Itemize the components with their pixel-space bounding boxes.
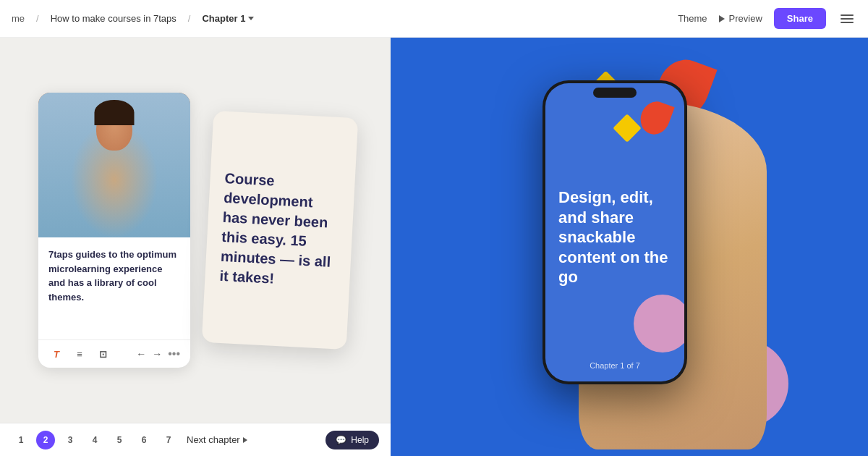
home-link[interactable]: me xyxy=(12,13,25,24)
phone-panel: Design, edit, and share snackable conten… xyxy=(391,38,868,456)
phone-hand: Design, edit, and share snackable conten… xyxy=(535,73,767,449)
breadcrumb-sep-1: / xyxy=(36,13,39,24)
menu-line-2 xyxy=(841,18,854,20)
more-options-icon[interactable]: ••• xyxy=(168,347,180,360)
toolbar-nav: ← → ••• xyxy=(136,347,180,360)
image-icon[interactable]: ⊡ xyxy=(95,346,111,362)
card-photo-body: 7taps guides to the optimum microlearnin… xyxy=(38,237,190,339)
page-2[interactable]: 2 xyxy=(36,431,55,449)
card-toolbar: T ≡ ⊡ ← → ••• xyxy=(38,339,190,368)
page-3[interactable]: 3 xyxy=(61,431,80,449)
prev-arrow-icon[interactable]: ← xyxy=(136,348,146,360)
page-1[interactable]: 1 xyxy=(12,431,30,449)
text-format-icon[interactable]: T xyxy=(48,346,64,362)
next-chapter-button[interactable]: Next chapter xyxy=(187,434,247,445)
topbar: me / How to make courses in 7taps / Chap… xyxy=(0,0,868,38)
phone-main-text: Design, edit, and share snackable conten… xyxy=(558,187,671,287)
preview-button[interactable]: Preview xyxy=(719,13,762,24)
page-6[interactable]: 6 xyxy=(135,431,153,449)
card-photo-image xyxy=(38,93,190,237)
next-chapter-label: Next chapter xyxy=(187,434,240,445)
card-photo-text: 7taps guides to the optimum microlearnin… xyxy=(48,248,180,304)
editor-panel: 7taps guides to the optimum microlearnin… xyxy=(0,38,391,456)
editor-bottom-bar: 1 2 3 4 5 6 7 Next chapter 💬 Help xyxy=(0,423,391,456)
menu-line-1 xyxy=(841,14,854,16)
phone-screen: Design, edit, and share snackable conten… xyxy=(545,83,684,381)
play-icon xyxy=(719,15,725,22)
page-5[interactable]: 5 xyxy=(110,431,129,449)
card-text-wrapper: Course development has never been this e… xyxy=(208,107,352,353)
page-7[interactable]: 7 xyxy=(159,431,178,449)
phone-container: Design, edit, and share snackable conten… xyxy=(535,73,767,449)
phone-deco-pink xyxy=(634,295,684,352)
card-text-content: Course development has never been this e… xyxy=(219,169,341,292)
help-label: Help xyxy=(351,435,369,445)
menu-button[interactable] xyxy=(838,12,856,26)
photo-simulation xyxy=(38,93,190,237)
next-arrow-icon[interactable]: → xyxy=(152,348,162,360)
share-button[interactable]: Share xyxy=(774,8,826,29)
menu-line-3 xyxy=(841,22,854,23)
card-photo[interactable]: 7taps guides to the optimum microlearnin… xyxy=(38,93,190,368)
page-4[interactable]: 4 xyxy=(85,431,104,449)
next-chapter-chevron-icon xyxy=(243,437,247,443)
chapter-chevron-down-icon xyxy=(248,17,254,20)
chapter-breadcrumb[interactable]: Chapter 1 xyxy=(202,13,254,24)
phone-notch xyxy=(593,88,637,98)
help-button[interactable]: 💬 Help xyxy=(326,431,379,449)
editor-canvas: 7taps guides to the optimum microlearnin… xyxy=(0,38,391,423)
theme-button[interactable]: Theme xyxy=(678,13,707,24)
card-text[interactable]: Course development has never been this e… xyxy=(202,111,358,350)
phone-chapter-label: Chapter 1 of 7 xyxy=(590,361,640,370)
help-chat-icon: 💬 xyxy=(336,435,346,445)
main-content: 7taps guides to the optimum microlearnin… xyxy=(0,38,868,456)
breadcrumb-sep-2: / xyxy=(188,13,191,24)
phone-frame: Design, edit, and share snackable conten… xyxy=(542,80,687,384)
list-icon[interactable]: ≡ xyxy=(72,346,88,362)
course-breadcrumb[interactable]: How to make courses in 7taps xyxy=(51,13,176,24)
